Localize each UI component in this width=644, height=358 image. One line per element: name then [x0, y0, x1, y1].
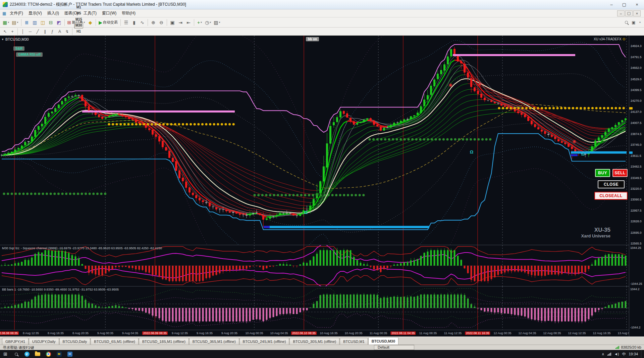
fibonacci-tool[interactable]: ƒ	[49, 28, 56, 35]
bb-bars-canvas[interactable]	[0, 286, 629, 330]
child-restore-button[interactable]: ▢	[625, 10, 633, 16]
bb-scale-bottom: -1044.2	[630, 326, 641, 329]
child-close-button[interactable]: ×	[633, 10, 641, 16]
tab-btcusd-m1[interactable]: BTCUSD,M1	[340, 338, 368, 345]
cursor-tool[interactable]: ↖	[1, 28, 9, 35]
buy-button[interactable]: BUY	[595, 169, 610, 177]
volume-icon[interactable]: ◄)	[614, 352, 619, 356]
market-watch-button[interactable]: ≣	[23, 18, 31, 27]
vertical-line-tool[interactable]: │	[19, 28, 26, 35]
auto-scroll-button[interactable]: ⇥	[176, 18, 184, 27]
navigator-button[interactable]: ◫	[39, 18, 47, 27]
edge-app-icon[interactable]: e	[21, 350, 32, 358]
menu-item-0[interactable]: 文件(F)	[7, 9, 25, 17]
close-button[interactable]: ×	[631, 0, 643, 9]
bb-scale-top: 1044.2	[630, 287, 640, 291]
terminal-button[interactable]: ⊟	[47, 18, 55, 27]
zoom-out-button[interactable]: ⊖	[157, 18, 165, 27]
window-list-button[interactable]: ▣	[630, 19, 637, 26]
taskbar-search-icon[interactable]	[11, 350, 21, 358]
chrome-app-icon[interactable]	[43, 350, 54, 358]
bar-chart-button[interactable]: ☰	[122, 18, 130, 27]
close-all-button[interactable]: CLOSEALL	[594, 192, 628, 200]
timeframe-m30-button[interactable]: M30	[74, 23, 83, 29]
tab-btcusd-6s-m1-offline-[interactable]: BTCUSD_6S,M1 (offline)	[91, 338, 139, 345]
tab-btcusd-m30[interactable]: BTCUSD,M30	[368, 337, 398, 345]
menu-item-1[interactable]: 显示(V)	[26, 9, 45, 17]
metaeditor-button[interactable]: ◆	[86, 18, 94, 27]
tab-btcusd-18s-m1-offline-[interactable]: BTCUSD_18S,M1 (offline)	[139, 338, 189, 345]
chart-collapse-icon[interactable]: ▼	[1, 38, 4, 41]
search-icon[interactable]	[625, 21, 628, 24]
file-explorer-app-icon[interactable]	[32, 350, 43, 358]
profiles-button[interactable]: ▤▾	[10, 18, 19, 27]
child-minimize-button[interactable]: –	[617, 10, 625, 16]
trendline-tool[interactable]: ╱	[34, 28, 41, 35]
tile-windows-button[interactable]: ▣	[168, 18, 176, 27]
line-chart-button[interactable]: ∿	[138, 18, 146, 27]
mt4-app-icon[interactable]: M	[54, 350, 64, 358]
price-tick: 23611.5	[631, 154, 641, 158]
horizontal-line-tool[interactable]: ─	[26, 28, 34, 35]
ime-indicator[interactable]: 中	[622, 352, 626, 357]
periods-button[interactable]: ◷▾	[204, 18, 212, 27]
network-icon[interactable]	[607, 353, 611, 356]
timeframe-m15-button[interactable]: M15	[74, 16, 83, 23]
tab-btcusd-30s-m1-offline-[interactable]: BTCUSD_30S,M1 (offline)	[289, 338, 339, 345]
zoom-in-button[interactable]: ⊕	[149, 18, 157, 27]
close-position-button[interactable]: CLOSE	[598, 180, 625, 188]
start-button[interactable]: ⊞	[0, 350, 11, 358]
time-label: 12 Aug 00:35	[493, 331, 511, 335]
chart-workspace: ▼ BTCUSD,M30 S&R GMMA RSI-off bb on XU v…	[0, 36, 644, 337]
indicators-button-dropdown-icon: ▾	[201, 21, 202, 24]
tab-btcusd-daily[interactable]: BTCUSD,Daily	[59, 338, 91, 345]
bb-toggle-badge[interactable]: bb on	[306, 37, 319, 41]
price-scale[interactable]: 1044.25 -1044.25 1044.2 -1044.2 24924.32…	[629, 36, 644, 337]
menu-item-5[interactable]: 窗口(W)	[99, 9, 119, 17]
tab-btcusd-24s-m1-offline-[interactable]: BTCUSD_24S,M1 (offline)	[239, 338, 289, 345]
data-window-button[interactable]: ▥	[31, 18, 39, 27]
new-chart-button[interactable]: ▦▾	[1, 18, 10, 27]
sr-indicator-badge[interactable]: S&R	[13, 46, 24, 51]
timeframe-m1-button[interactable]: M1	[74, 4, 83, 10]
strategy-tester-button[interactable]: ◩	[55, 18, 63, 27]
autotrading-button[interactable]: ▶自动交易	[97, 18, 119, 27]
tray-chevron-icon[interactable]: ∧	[602, 352, 604, 356]
chart-shift-button-icon: ⇤	[186, 20, 191, 25]
window-controls: – ▢ ×	[605, 0, 643, 9]
arrows-tool[interactable]: ↯	[63, 28, 71, 35]
templates-button[interactable]: ▨▾	[212, 18, 221, 27]
minimize-button[interactable]: –	[605, 0, 618, 9]
show-desktop-button[interactable]	[641, 350, 643, 358]
mail-app-icon[interactable]: ✉	[64, 350, 75, 358]
pane-separator[interactable]	[0, 286, 629, 286]
taskbar-clock[interactable]: 19:34	[629, 352, 638, 356]
sell-button[interactable]: SELL	[612, 169, 628, 177]
squeeze-channel-pane[interactable]: M30 Sqz b1: - Squeeze channel (9999) -16…	[0, 245, 629, 286]
timeframe-m5-button[interactable]: M5	[74, 10, 83, 16]
main-chart-pane[interactable]: ▼ BTCUSD,M30 S&R GMMA RSI-off bb on XU v…	[0, 36, 629, 245]
time-axis[interactable]: 2022.08.08 08:358 Aug 12:358 Aug 16:358 …	[0, 330, 629, 337]
toolbar-overflow-icon[interactable]: ▾	[639, 21, 641, 24]
price-tick: 23090.5	[631, 198, 642, 201]
main-chart-canvas[interactable]	[0, 36, 629, 245]
bb-bars-pane[interactable]: BB bars 1 -19.7650 -10.5650 9.8350 -89.4…	[0, 286, 629, 330]
gmma-indicator-badge[interactable]: GMMA RSI-off	[16, 52, 43, 57]
chart-shift-button[interactable]: ⇤	[184, 18, 193, 27]
squeeze-channel-canvas[interactable]	[0, 245, 629, 286]
tab-usdjpy-daily[interactable]: USDJPY,Daily	[29, 338, 59, 345]
menu-item-2[interactable]: 插入(I)	[45, 9, 62, 17]
timeframe-h1-button[interactable]: H1	[74, 29, 83, 35]
text-tool[interactable]: A	[56, 28, 63, 35]
profile-indicator[interactable]: Default	[374, 345, 414, 350]
crosshair-tool[interactable]: +	[9, 28, 16, 35]
tab-btcusd-36s-m1-offline-[interactable]: BTCUSD_36S,M1 (offline)	[189, 338, 239, 345]
toolbar-separator	[96, 19, 96, 26]
candlestick-button[interactable]: ▮	[130, 18, 138, 27]
indicators-button[interactable]: +▾	[196, 18, 204, 27]
menu-item-6[interactable]: 帮助(H)	[119, 9, 138, 17]
pane-separator[interactable]	[0, 245, 629, 245]
tab-gbpjpy-h1[interactable]: GBPJPY,H1	[2, 338, 29, 345]
channel-tool[interactable]: ∥	[41, 28, 49, 35]
maximize-button[interactable]: ▢	[618, 0, 631, 9]
